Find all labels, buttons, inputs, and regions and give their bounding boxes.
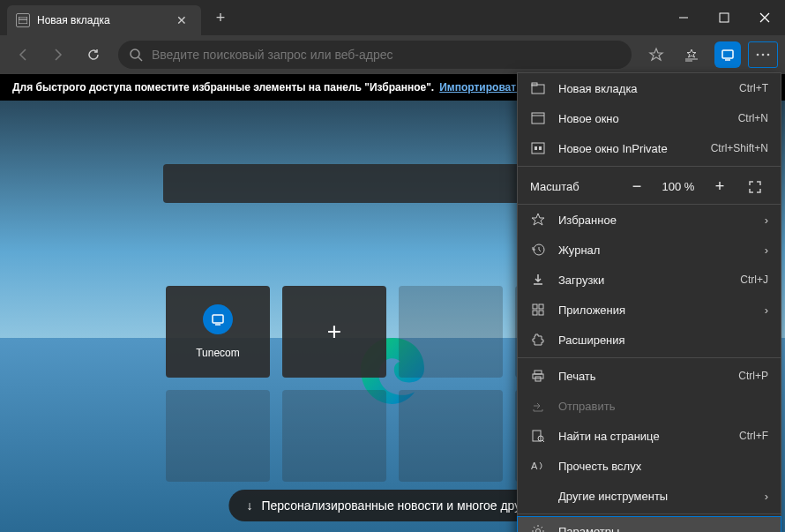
window-controls bbox=[663, 0, 785, 35]
svg-rect-10 bbox=[722, 50, 733, 58]
zoom-in-button[interactable]: + bbox=[706, 175, 733, 199]
minimize-button[interactable] bbox=[663, 0, 704, 35]
empty-tile bbox=[399, 390, 503, 482]
browser-tab[interactable]: Новая вкладка ✕ bbox=[7, 5, 201, 35]
svg-point-14 bbox=[767, 54, 770, 56]
title-bar: Новая вкладка ✕ + bbox=[0, 0, 785, 35]
extensions-icon bbox=[530, 333, 546, 347]
find-icon bbox=[530, 429, 546, 443]
svg-rect-23 bbox=[539, 146, 542, 150]
share-icon bbox=[530, 399, 546, 413]
svg-rect-21 bbox=[532, 143, 544, 154]
tab-favicon bbox=[16, 13, 30, 27]
svg-text:A: A bbox=[531, 461, 538, 471]
history-icon bbox=[530, 243, 546, 257]
profile-button[interactable] bbox=[714, 41, 741, 68]
apps-icon bbox=[530, 303, 546, 317]
news-button[interactable]: ↓ Персонализированные новости и многое д… bbox=[228, 490, 556, 521]
menu-favorites[interactable]: Избранное › bbox=[518, 205, 781, 235]
menu-new-inprivate[interactable]: Новое окно InPrivate Ctrl+Shift+N bbox=[518, 133, 781, 163]
tab-title: Новая вкладка bbox=[37, 14, 171, 26]
svg-line-7 bbox=[138, 57, 142, 61]
chevron-right-icon: › bbox=[765, 303, 768, 317]
svg-rect-3 bbox=[720, 13, 729, 22]
empty-tile bbox=[282, 390, 386, 482]
chevron-right-icon: › bbox=[765, 490, 768, 503]
favorites-prompt-text: Для быстрого доступа поместите избранные… bbox=[12, 81, 434, 94]
gear-icon bbox=[530, 524, 546, 532]
favorite-star-button[interactable] bbox=[640, 39, 672, 71]
new-tab-button[interactable]: + bbox=[206, 4, 235, 32]
quick-tile[interactable]: Tunecom bbox=[166, 286, 270, 378]
menu-zoom: Масштаб − 100 % + bbox=[518, 169, 781, 205]
news-label: Персонализированные новости и многое дру… bbox=[261, 498, 538, 513]
favorites-list-button[interactable] bbox=[676, 39, 707, 71]
tile-label: Tunecom bbox=[196, 347, 240, 359]
svg-rect-15 bbox=[213, 315, 223, 323]
more-menu: Новая вкладка Ctrl+T Новое окно Ctrl+N Н… bbox=[517, 72, 781, 532]
new-window-icon bbox=[530, 112, 546, 124]
svg-rect-29 bbox=[535, 371, 542, 374]
more-menu-button[interactable] bbox=[748, 41, 778, 68]
menu-downloads[interactable]: Загрузки Ctrl+J bbox=[518, 265, 781, 295]
search-icon bbox=[129, 48, 143, 62]
forward-button[interactable] bbox=[42, 39, 74, 71]
svg-point-36 bbox=[536, 529, 541, 533]
tile-icon bbox=[203, 304, 233, 334]
back-button[interactable] bbox=[7, 39, 39, 71]
address-bar[interactable] bbox=[118, 41, 632, 69]
svg-rect-19 bbox=[532, 113, 544, 124]
menu-more-tools[interactable]: Другие инструменты › bbox=[518, 481, 781, 511]
menu-new-window[interactable]: Новое окно Ctrl+N bbox=[518, 103, 781, 133]
svg-point-12 bbox=[757, 54, 759, 56]
menu-history[interactable]: Журнал › bbox=[518, 235, 781, 265]
chevron-right-icon: › bbox=[765, 214, 768, 227]
menu-read-aloud[interactable]: A Прочесть вслух bbox=[518, 451, 781, 481]
print-icon bbox=[530, 369, 546, 383]
tab-close-icon[interactable]: ✕ bbox=[171, 11, 192, 29]
close-window-button[interactable] bbox=[744, 0, 785, 35]
svg-rect-26 bbox=[539, 304, 543, 309]
svg-point-6 bbox=[131, 49, 139, 58]
download-icon bbox=[530, 273, 546, 287]
plus-icon: + bbox=[327, 318, 341, 346]
chevron-right-icon: › bbox=[765, 244, 768, 257]
svg-rect-25 bbox=[533, 304, 537, 309]
svg-point-13 bbox=[762, 54, 765, 56]
menu-print[interactable]: Печать Ctrl+P bbox=[518, 361, 781, 391]
svg-rect-0 bbox=[19, 17, 27, 24]
empty-tile bbox=[399, 286, 503, 378]
toolbar bbox=[0, 35, 785, 74]
svg-rect-28 bbox=[539, 311, 543, 315]
new-tab-icon bbox=[530, 82, 546, 94]
arrow-down-icon: ↓ bbox=[246, 498, 252, 513]
menu-extensions[interactable]: Расширения bbox=[518, 325, 781, 355]
menu-share: Отправить bbox=[518, 391, 781, 421]
read-aloud-icon: A bbox=[530, 459, 546, 473]
star-icon bbox=[530, 213, 546, 227]
zoom-value: 100 % bbox=[659, 180, 698, 193]
add-tile-button[interactable]: + bbox=[282, 286, 386, 378]
fullscreen-button[interactable] bbox=[742, 175, 768, 199]
menu-new-tab[interactable]: Новая вкладка Ctrl+T bbox=[518, 73, 781, 103]
svg-rect-27 bbox=[533, 311, 537, 315]
empty-tile bbox=[166, 390, 270, 482]
menu-find[interactable]: Найти на странице Ctrl+F bbox=[518, 421, 781, 451]
menu-apps[interactable]: Приложения › bbox=[518, 295, 781, 325]
inprivate-icon bbox=[530, 142, 546, 154]
svg-rect-22 bbox=[535, 146, 537, 150]
menu-settings[interactable]: Параметры bbox=[517, 516, 781, 532]
refresh-button[interactable] bbox=[78, 39, 109, 71]
zoom-out-button[interactable]: − bbox=[624, 175, 650, 199]
address-input[interactable] bbox=[152, 48, 621, 62]
svg-line-34 bbox=[542, 440, 544, 442]
maximize-button[interactable] bbox=[704, 0, 744, 35]
